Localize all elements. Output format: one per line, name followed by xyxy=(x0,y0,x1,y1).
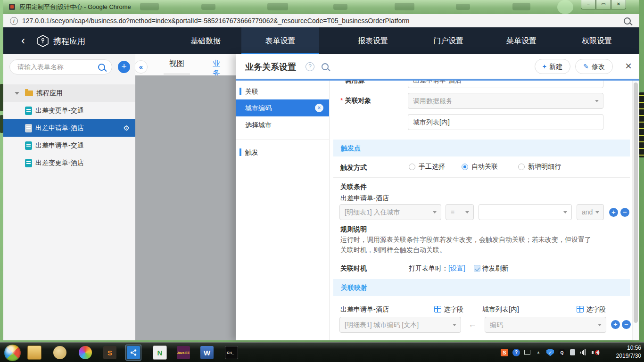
url-text[interactable]: 127.0.0.1/seeyon/cap4/business.do?method… xyxy=(22,17,410,25)
timing-label: 关联时机 xyxy=(340,264,367,273)
remove-mapping-button[interactable]: − xyxy=(622,320,631,329)
titlebar-glass-blob xyxy=(395,3,414,10)
help-tray-icon[interactable]: ? xyxy=(512,349,520,356)
volume-muted-tray-icon[interactable] xyxy=(591,349,599,356)
taskbar-word-icon[interactable]: W xyxy=(199,345,215,361)
expand-triangle-icon[interactable] xyxy=(15,92,19,97)
nav-divider xyxy=(236,133,329,140)
tab-basic-data[interactable]: 基础数据 xyxy=(184,27,227,54)
tree-item[interactable]: 出差变更单-酒店 xyxy=(3,154,135,172)
form-doc-icon xyxy=(25,159,32,167)
notepad-icon: N xyxy=(153,346,167,360)
taskbar-navicat-icon[interactable] xyxy=(52,345,68,361)
magnifier-icon xyxy=(322,63,329,70)
collapse-sidebar-button[interactable]: « xyxy=(135,60,148,74)
close-dialog-icon[interactable]: × xyxy=(625,60,632,72)
network-signal-tray-icon[interactable] xyxy=(579,349,587,356)
tree-item[interactable]: 出差变更单-交通 xyxy=(3,102,135,119)
minimize-button[interactable]: – xyxy=(581,0,596,9)
nav-item-select-city[interactable]: 选择城市 xyxy=(236,116,329,133)
tree-item-selected[interactable]: 出差申请单-酒店 ⚙ xyxy=(3,119,135,137)
mapping-right-select-field-link[interactable]: 选字段 xyxy=(577,305,606,314)
mapping-section-header: 关联映射 xyxy=(333,279,630,296)
tree-folder-row[interactable]: 携程应用 xyxy=(3,84,135,102)
maximize-button[interactable]: ▭ xyxy=(596,0,611,9)
business-relation-dialog: 业务关系设置 ? +新建 ✎修改 × 关联 城市编码 × 选择城市 触发 调用源… xyxy=(236,54,639,340)
tree-item-label: 出差申请单-酒店 xyxy=(35,119,84,137)
app-name: 携程应用 xyxy=(53,36,85,47)
search-input[interactable] xyxy=(17,63,94,71)
add-condition-button[interactable]: + xyxy=(609,208,618,217)
power-plug-tray-icon[interactable] xyxy=(570,349,575,355)
delete-relation-icon[interactable]: × xyxy=(315,104,323,112)
pending-refresh-checkbox[interactable] xyxy=(474,265,480,272)
window-restore-tray-icon[interactable] xyxy=(524,350,530,355)
remove-condition-button[interactable]: − xyxy=(620,208,629,217)
taskbar-notepad-icon[interactable]: N xyxy=(152,345,168,361)
mapping-right-field-select[interactable]: 编码 xyxy=(485,317,606,333)
qq-tray-icon[interactable]: Q xyxy=(558,349,566,356)
taskbar-sublime-icon[interactable]: S xyxy=(102,345,118,361)
taskbar-javaee-icon[interactable]: Java EE xyxy=(175,345,191,361)
zoom-page-icon[interactable] xyxy=(624,17,631,26)
taskbar-explorer-icon[interactable] xyxy=(26,345,42,361)
taskbar-browser-icon[interactable] xyxy=(77,345,93,361)
scrollbar-thumb[interactable] xyxy=(634,82,638,323)
mapping-left-field-select[interactable]: [明细表1] 城市编码 [文本] xyxy=(339,317,461,333)
search-icon[interactable] xyxy=(98,64,105,73)
radio-manual-select[interactable]: 手工选择 xyxy=(409,163,445,171)
relation-object-select[interactable]: 调用数据服务 xyxy=(408,93,603,109)
condition-operator-select[interactable]: = xyxy=(446,204,474,220)
taskbar-cmd-icon[interactable]: C:\_ xyxy=(223,345,239,361)
site-info-icon[interactable]: i xyxy=(10,17,18,25)
form-doc-icon xyxy=(25,124,32,132)
rule-text-line1: 运行时，调用源表关联条件字段值若发生改变，会触发自动关联；若未改变，但设置了 xyxy=(340,236,591,244)
start-button[interactable] xyxy=(4,344,21,362)
tab-view[interactable]: 视图 xyxy=(164,59,190,74)
tab-portal-settings[interactable]: 门户设置 xyxy=(427,27,470,54)
radio-auto-relation[interactable]: 自动关联 xyxy=(462,163,498,171)
help-icon[interactable]: ? xyxy=(305,62,314,71)
new-button-label: 新建 xyxy=(549,63,562,70)
new-button[interactable]: +新建 xyxy=(535,59,570,74)
tab-menu-settings[interactable]: 菜单设置 xyxy=(500,27,543,54)
form-doc-icon xyxy=(25,107,32,115)
show-hidden-icons[interactable]: ▲ xyxy=(535,349,542,356)
close-window-button[interactable]: ✕ xyxy=(611,0,626,9)
add-mapping-button[interactable]: + xyxy=(611,320,620,329)
condition-logic-select[interactable]: and xyxy=(577,204,604,220)
zoom-dialog-icon[interactable] xyxy=(322,63,329,72)
radio-icon xyxy=(409,164,415,170)
select-field-label: 选字段 xyxy=(444,305,463,313)
condition-field-select[interactable]: [明细表1] 入住城市 xyxy=(339,204,441,220)
form-doc-icon xyxy=(25,141,32,150)
tree-item[interactable]: 出差申请单-交通 xyxy=(3,137,135,154)
dialog-scrollbar[interactable] xyxy=(632,81,639,340)
add-form-button[interactable]: + xyxy=(118,61,130,73)
nav-section-relation[interactable]: 关联 xyxy=(236,83,329,99)
sogou-tray-icon[interactable]: S xyxy=(501,349,508,356)
radio-new-detail-row[interactable]: 新增明细行 xyxy=(518,163,561,171)
rule-text-line2: 关联时机，则同样会触发自动关联。 xyxy=(340,246,446,255)
nav-item-city-code[interactable]: 城市编码 × xyxy=(236,99,329,116)
nav-section-trigger[interactable]: 触发 xyxy=(236,144,329,160)
tab-report-settings[interactable]: 报表设置 xyxy=(351,27,395,54)
mapping-left-select-field-link[interactable]: 选字段 xyxy=(434,305,463,314)
tab-permission-settings[interactable]: 权限设置 xyxy=(575,27,619,54)
browser-url-bar: i 127.0.0.1/seeyon/cap4/business.do?meth… xyxy=(3,14,639,28)
tab-form-settings[interactable]: 表单设置 xyxy=(241,27,319,54)
timing-settings-link[interactable]: [设置] xyxy=(448,264,465,272)
back-chevron-icon[interactable]: ‹ xyxy=(21,34,25,47)
gear-icon[interactable]: ⚙ xyxy=(124,119,130,137)
security-shield-tray-icon[interactable]: ✓ xyxy=(546,349,554,356)
form-search-box[interactable] xyxy=(9,59,112,74)
taskbar-clock[interactable]: 10:56 2019/7/30 xyxy=(616,344,641,360)
relation-service-input[interactable]: 城市列表[内] xyxy=(408,114,603,130)
trigger-point-section-header: 触发点 xyxy=(333,140,630,156)
desktop-edge-shadow xyxy=(0,115,3,133)
condition-value-select[interactable] xyxy=(479,204,572,220)
call-source-input[interactable]: 出差申请单-酒店 xyxy=(408,81,603,88)
modify-button[interactable]: ✎修改 xyxy=(575,59,613,74)
titlebar-glass-blob xyxy=(333,4,347,10)
taskbar-active-app-icon[interactable] xyxy=(125,345,141,361)
